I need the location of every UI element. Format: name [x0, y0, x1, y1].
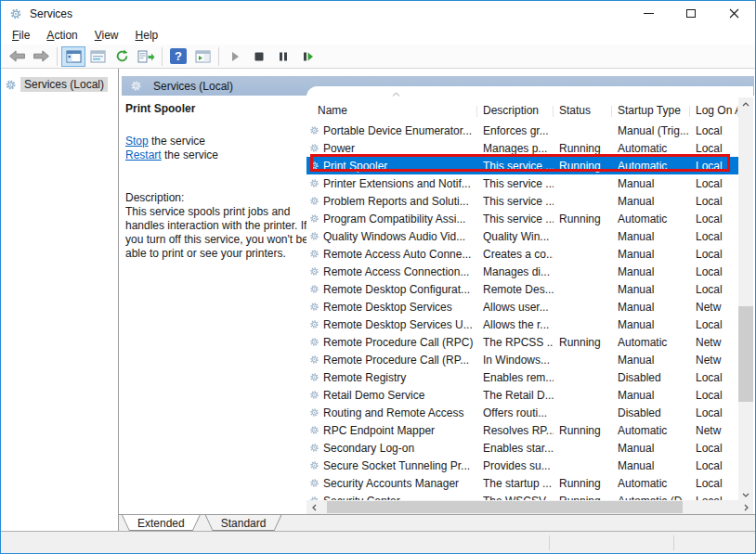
table-row[interactable]: RPC Endpoint MapperResolves RP...Running… [306, 421, 738, 439]
table-row[interactable]: Security Accounts ManagerThe startup ...… [306, 474, 738, 492]
service-gear-icon [309, 284, 319, 294]
properties-button[interactable] [85, 46, 110, 67]
table-row[interactable]: Secure Socket Tunneling Pr...Provides su… [306, 457, 738, 474]
table-row[interactable]: Remote Procedure Call (RPC)The RPCSS ...… [306, 333, 738, 351]
cell-status [554, 245, 612, 263]
services-panel: Services (Local) Print Spooler Stop the … [119, 69, 755, 531]
service-gear-icon [309, 178, 319, 188]
console-tree-icon [66, 50, 82, 63]
scroll-right-icon[interactable] [738, 500, 753, 514]
close-button[interactable] [712, 1, 755, 26]
table-row[interactable]: Printer Extensions and Notif...This serv… [306, 174, 738, 192]
restart-service-button[interactable] [295, 46, 319, 67]
help-button[interactable]: ? [166, 46, 190, 67]
column-header-status[interactable]: Status [554, 104, 612, 117]
back-button[interactable] [5, 46, 29, 67]
cell-text: Manual [618, 459, 654, 472]
cell-text: Manual [618, 230, 654, 243]
horizontal-scrollbar[interactable] [306, 500, 753, 514]
toolbar-separator [218, 47, 219, 66]
table-row[interactable]: Problem Reports and Soluti...This servic… [306, 192, 738, 210]
tab-standard[interactable]: Standard [205, 515, 282, 531]
cell-text: Remote Desktop Services [323, 301, 452, 314]
column-header-name[interactable]: Name [306, 104, 477, 117]
horizontal-scroll-thumb[interactable] [327, 501, 683, 513]
maximize-button[interactable] [670, 1, 712, 26]
cell-description: Allows user... [477, 298, 554, 316]
cell-name: Remote Desktop Configurat... [306, 280, 477, 298]
restart-suffix-text: the service [162, 148, 218, 161]
panel-header-title: Services (Local) [153, 80, 233, 93]
scroll-left-icon[interactable] [306, 500, 321, 514]
cell-logon: Netw [690, 298, 738, 316]
column-header-log-on-as[interactable]: Log On As [690, 104, 738, 117]
services-gear-icon [130, 80, 142, 92]
column-header-description[interactable]: Description [477, 104, 554, 117]
cell-startup: Automatic [612, 333, 690, 351]
pause-service-button[interactable] [271, 46, 295, 67]
table-row[interactable]: Secondary Log-onEnables star...ManualLoc… [306, 439, 738, 457]
table-row[interactable]: Portable Device Enumerator...Enforces gr… [306, 122, 738, 139]
start-service-button[interactable] [223, 46, 247, 67]
cell-text: Local [696, 265, 723, 278]
table-row[interactable]: Retail Demo ServiceThe Retail D...Manual… [306, 386, 738, 404]
services-rows: Portable Device Enumerator...Enforces gr… [306, 122, 738, 500]
column-header-label: Name [318, 104, 347, 117]
cell-name: Remote Desktop Services U... [306, 316, 477, 333]
table-row[interactable]: Remote Desktop Configurat...Remote Des..… [306, 280, 738, 298]
menu-help[interactable]: Help [127, 27, 167, 44]
cell-name: Secondary Log-on [306, 439, 477, 457]
cell-logon: Netw [690, 421, 738, 439]
service-gear-icon [309, 266, 319, 277]
table-row[interactable]: Remote Procedure Call (RP...In Windows..… [306, 351, 738, 368]
forward-button[interactable] [29, 46, 53, 67]
table-row-selected[interactable]: Print SpoolerThis service ...RunningAuto… [306, 157, 738, 174]
restart-service-link[interactable]: Restart [125, 148, 162, 161]
service-gear-icon [309, 478, 319, 488]
cell-description: Offers routi... [477, 404, 554, 421]
menu-view[interactable]: View [86, 27, 127, 44]
cell-text: Enables star... [483, 442, 554, 455]
table-row[interactable]: Quality Windows Audio Vid...Quality Win.… [306, 227, 738, 245]
table-row[interactable]: Security CenterThe WSCSV...RunningAutoma… [306, 492, 738, 500]
cell-text: Enables rem... [483, 371, 554, 384]
cell-startup: Automatic [612, 157, 690, 174]
cell-name: Program Compatibility Assi... [306, 210, 477, 227]
cell-logon: Local [690, 263, 738, 280]
table-row[interactable]: Remote Desktop Services U...Allows the r… [306, 316, 738, 333]
cell-status [554, 351, 612, 368]
table-row[interactable]: Program Compatibility Assi...This servic… [306, 210, 738, 227]
service-gear-icon [309, 213, 319, 224]
table-row[interactable]: Remote Access Connection...Manages di...… [306, 263, 738, 280]
export-list-button[interactable] [134, 46, 158, 67]
cell-name: Remote Desktop Services [306, 298, 477, 316]
show-console-tree-button[interactable] [61, 46, 85, 67]
scroll-up-icon[interactable] [738, 97, 753, 111]
menu-action[interactable]: Action [38, 27, 85, 44]
table-row[interactable]: Remote Desktop ServicesAllows user...Man… [306, 298, 738, 316]
tree-item-services-local[interactable]: Services (Local) [1, 76, 118, 93]
cell-status [554, 316, 612, 333]
cell-text: Resolves RP... [483, 424, 554, 437]
table-row[interactable]: Routing and Remote AccessOffers routi...… [306, 404, 738, 421]
cell-text: Local [696, 477, 723, 490]
cell-name: Remote Registry [306, 368, 477, 386]
cell-status [554, 386, 612, 404]
cell-text: Power [323, 142, 355, 155]
table-row[interactable]: Remote Access Auto Conne...Creates a co.… [306, 245, 738, 263]
cell-text: Remote Registry [323, 371, 406, 384]
vertical-scroll-thumb[interactable] [738, 306, 753, 402]
stop-service-button[interactable] [247, 46, 271, 67]
table-row[interactable]: Remote RegistryEnables rem...DisabledLoc… [306, 368, 738, 386]
column-header-startup-type[interactable]: Startup Type [612, 104, 690, 117]
stop-service-link[interactable]: Stop [125, 135, 149, 148]
service-gear-icon [309, 390, 319, 400]
minimize-button[interactable] [627, 1, 670, 26]
show-action-pane-button[interactable] [190, 46, 215, 67]
cell-startup: Manual [612, 298, 690, 316]
refresh-button[interactable] [110, 46, 134, 67]
table-row[interactable]: PowerManages p...RunningAutomaticLocal [306, 139, 738, 157]
menu-file[interactable]: File [4, 27, 38, 44]
vertical-scrollbar[interactable] [738, 97, 753, 502]
tab-extended[interactable]: Extended [122, 515, 201, 531]
